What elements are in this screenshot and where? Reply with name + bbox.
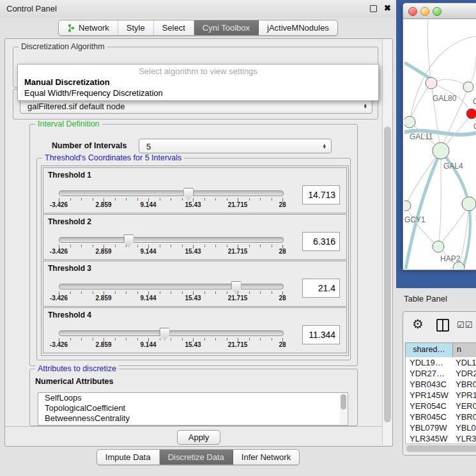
threshold-value-field[interactable]: 11.344 <box>302 325 340 344</box>
column-header-shared-name[interactable]: shared… <box>406 343 453 358</box>
tab-impute-data[interactable]: Impute Data <box>97 450 160 464</box>
slider-tick-labels: -3.4262.8599.14415.4321.71528 <box>59 248 282 256</box>
slider-tick-labels: -3.4262.8599.14415.4321.71528 <box>59 341 282 349</box>
minimize-traffic-light[interactable] <box>420 7 429 16</box>
node-label: GAL4 <box>443 162 463 171</box>
close-traffic-light[interactable] <box>408 7 417 16</box>
attributes-scrollbar[interactable] <box>340 394 347 424</box>
gear-icon[interactable]: ⚙ <box>412 318 424 330</box>
network-edge-highlighted[interactable] <box>441 151 469 204</box>
tab-select[interactable]: Select <box>154 20 194 35</box>
tab-jactivemnodules[interactable]: jActiveMNodules <box>259 20 337 35</box>
dropdown-item[interactable]: Manual Discretization <box>18 77 378 88</box>
cell-name: YPR14 <box>453 390 476 401</box>
dropdown-item[interactable]: Equal Width/Frequency Discretization <box>18 88 378 98</box>
num-intervals-combobox[interactable]: 5 ▲▼ <box>139 139 332 153</box>
tab-cyni-toolbox[interactable]: Cyni Toolbox <box>194 20 259 35</box>
network-node[interactable] <box>462 197 476 211</box>
combo-arrows-icon: ▲▼ <box>323 143 326 149</box>
table-row[interactable]: YLR345WYLR34 <box>406 433 476 444</box>
network-node[interactable] <box>463 82 473 92</box>
thresholds-group: Threshold's Coordinates for 5 Intervals … <box>36 158 351 360</box>
tab-infer-network[interactable]: Infer Network <box>233 450 299 464</box>
checkbox-icons[interactable]: ☑☑ <box>457 320 473 330</box>
tab-network[interactable]: Network <box>59 20 118 35</box>
content-scrollbar[interactable] <box>382 39 392 445</box>
zoom-traffic-light[interactable] <box>433 7 441 16</box>
network-view-window: GAL80GACGAL11GAL4GCY1HHAP2 <box>403 3 476 270</box>
network-edge[interactable] <box>427 19 431 83</box>
network-node[interactable] <box>404 201 411 211</box>
network-canvas[interactable]: GAL80GACGAL11GAL4GCY1HHAP2 <box>404 19 476 269</box>
cell-name: YDL19 <box>453 357 476 368</box>
discretization-group-title: Discretization Algorithm <box>19 42 107 51</box>
attribute-list-item[interactable]: SelfLoops <box>38 393 348 403</box>
tab-label: jActiveMNodules <box>267 23 329 33</box>
close-icon[interactable]: ✖ <box>384 3 391 13</box>
content-scroll-thumb[interactable] <box>384 127 391 422</box>
attributes-group-title: Attributes to discretize <box>35 364 119 373</box>
table-row[interactable]: YBL079WYBL07 <box>406 422 476 433</box>
attributes-scroll-thumb[interactable] <box>341 394 346 410</box>
node-label: GCY1 <box>404 215 426 224</box>
table-data-combo-value: galFiltered.sif default node <box>27 101 125 111</box>
attribute-list-item[interactable]: BetweennessCentrality <box>38 413 348 424</box>
split-columns-icon[interactable] <box>436 319 449 332</box>
tab-label: Discretize Data <box>168 452 224 462</box>
threshold-slider[interactable] <box>59 284 284 289</box>
network-node[interactable] <box>433 142 449 159</box>
threshold-value-field[interactable]: 21.4 <box>302 279 340 298</box>
network-node[interactable] <box>433 241 444 252</box>
threshold-panel: Threshold 1-3.4262.8599.14415.4321.71528… <box>43 167 347 213</box>
network-node[interactable] <box>426 77 437 89</box>
table-rows: YDL19…YDL19YDR27…YDR27YBR043CYBR04YPR145… <box>405 357 476 445</box>
network-edge[interactable] <box>441 151 469 204</box>
table-panel-title: Table Panel <box>404 294 447 303</box>
num-intervals-label: Number of Intervals <box>52 141 127 150</box>
combo-arrows-icon: ▲▼ <box>364 103 367 109</box>
network-edge[interactable] <box>438 204 469 247</box>
right-region: GAL80GACGAL11GAL4GCY1HHAP2 Table Panel ⚙… <box>396 0 476 476</box>
discretization-algorithm-group: Discretization Algorithm ▲▼ Select algor… <box>13 47 378 88</box>
table-panel: ⚙ ☑☑ shared… n YDL19…YDL19YDR27…YDR27YBR… <box>403 311 476 456</box>
column-header-name[interactable]: n <box>453 343 476 358</box>
threshold-slider[interactable] <box>59 237 284 243</box>
numerical-attributes-list[interactable]: SelfLoopsTopologicalCoefficientBetweenne… <box>38 392 348 426</box>
bottom-tab-bar: Impute DataDiscretize DataInfer Network <box>0 449 396 465</box>
attribute-list-item[interactable]: TopologicalCoefficient <box>38 403 348 413</box>
table-row[interactable]: YDL19…YDL19 <box>406 357 476 368</box>
table-row[interactable]: YBR043CYBR04 <box>406 379 476 390</box>
float-window-icon[interactable] <box>370 5 377 12</box>
network-icon <box>67 24 75 33</box>
num-intervals-value: 5 <box>146 141 151 151</box>
interval-definition-group: Interval Definition Number of Intervals … <box>29 124 358 366</box>
table-hscrollbar[interactable] <box>405 443 476 453</box>
table-row[interactable]: YPR145WYPR14 <box>406 390 476 401</box>
threshold-panel: Threshold 2-3.4262.8599.14415.4321.71528… <box>43 214 347 260</box>
dropdown-prompt-item[interactable]: Select algorithm to view settings <box>18 66 378 77</box>
network-node[interactable] <box>404 116 415 128</box>
cell-shared-name: YBR043C <box>406 379 453 390</box>
network-node[interactable] <box>466 109 476 119</box>
table-row[interactable]: YDR27…YDR27 <box>406 368 476 379</box>
table-row[interactable]: YER054CYER05 <box>406 401 476 411</box>
threshold-value-field[interactable]: 14.713 <box>302 185 340 204</box>
table-hscroll-thumb[interactable] <box>406 445 476 452</box>
threshold-slider[interactable] <box>59 330 284 336</box>
cell-shared-name: YPR145W <box>406 390 453 401</box>
network-edge[interactable] <box>438 151 441 247</box>
threshold-value-field[interactable]: 6.316 <box>302 232 340 251</box>
thresholds-container: Threshold 1-3.4262.8599.14415.4321.71528… <box>41 165 349 356</box>
table-header-row: shared… n <box>405 342 476 358</box>
tab-label: Cyni Toolbox <box>203 23 250 33</box>
cell-name: YLR34 <box>453 433 476 444</box>
table-row[interactable]: YBR045CYBR04 <box>406 411 476 422</box>
network-window-titlebar[interactable] <box>403 3 476 19</box>
apply-strip: Apply <box>5 426 392 446</box>
tab-discretize-data[interactable]: Discretize Data <box>160 450 233 464</box>
threshold-slider[interactable] <box>59 190 284 196</box>
network-edge[interactable] <box>410 83 431 122</box>
cell-name: YBR04 <box>453 411 476 422</box>
apply-button[interactable]: Apply <box>177 430 220 445</box>
tab-style[interactable]: Style <box>118 20 154 35</box>
